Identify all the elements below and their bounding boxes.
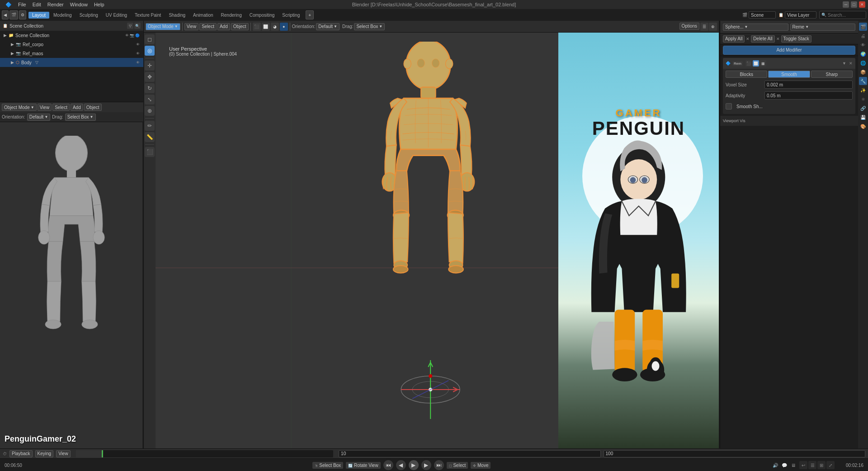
- transform-tool[interactable]: ⊕: [145, 106, 155, 116]
- scene-field[interactable]: Scene: [749, 11, 776, 19]
- modifier-prop-icon[interactable]: 🔧: [859, 77, 867, 85]
- drag-value[interactable]: Select Box ▼: [65, 114, 96, 121]
- tab-rendering[interactable]: Rendering: [217, 12, 245, 19]
- tab-layout[interactable]: Layout: [28, 12, 49, 19]
- menu-edit[interactable]: Edit: [30, 1, 44, 8]
- output-prop-icon[interactable]: 🖨: [859, 32, 867, 40]
- object-prop-icon[interactable]: 📦: [859, 68, 867, 76]
- select-btn[interactable]: Select: [52, 104, 70, 111]
- apply-all-btn[interactable]: Apply All: [723, 35, 745, 43]
- tab-texture-paint[interactable]: Texture Paint: [131, 12, 165, 19]
- shade-solid-btn[interactable]: ⬜: [262, 23, 270, 31]
- smooth-shading-checkbox[interactable]: [726, 103, 732, 109]
- menu-help[interactable]: Help: [91, 1, 107, 8]
- rotate-tool[interactable]: ↻: [145, 83, 155, 93]
- rem-mode1[interactable]: ⬛: [745, 60, 752, 67]
- shade-material-btn[interactable]: ◕: [271, 23, 279, 31]
- outliner-search-btn[interactable]: 🔍: [134, 23, 141, 29]
- minimize-btn[interactable]: ─: [843, 1, 849, 8]
- select-box-tool[interactable]: ◻: [145, 34, 155, 44]
- outliner-filter-btn[interactable]: ▽: [127, 23, 133, 29]
- drag-selector[interactable]: Select Box ▼: [354, 23, 385, 30]
- outliner-ref-maos[interactable]: ▶ 📷 Ref_maos 👁: [0, 49, 143, 58]
- rem-collapse[interactable]: ▼: [842, 61, 846, 66]
- outliner-ref-corpo[interactable]: ▶ 📷 Ref_corpo 👁: [0, 40, 143, 49]
- constraints-prop-icon[interactable]: 🔗: [859, 104, 867, 112]
- view-layer-selector[interactable]: 📋 View Layer: [778, 11, 816, 19]
- add-cube-tool[interactable]: ⬛: [145, 147, 155, 157]
- measure-tool[interactable]: 📏: [145, 132, 155, 142]
- delete-all-btn[interactable]: Delete All: [751, 35, 774, 43]
- eye-icon-item[interactable]: 👁: [125, 33, 129, 38]
- scale-tool[interactable]: ⤡: [145, 95, 155, 105]
- bottom-edit3[interactable]: ⊞: [817, 461, 826, 469]
- shade-rendered-btn[interactable]: ●: [280, 23, 288, 31]
- bottom-icon1[interactable]: 🔊: [771, 461, 779, 469]
- reme-selector[interactable]: Reme ▼: [790, 24, 856, 31]
- eye-icon-body[interactable]: 👁: [136, 61, 140, 65]
- options-btn[interactable]: Options: [679, 23, 699, 30]
- jump-end-btn[interactable]: ⏭: [434, 460, 444, 470]
- keying-btn[interactable]: Keying: [35, 450, 54, 457]
- smooth-btn[interactable]: Smooth: [768, 71, 810, 78]
- bottom-icon2[interactable]: 💬: [780, 461, 788, 469]
- timeline-track[interactable]: [76, 450, 333, 457]
- window-controls[interactable]: ─ □ ✕: [843, 0, 865, 9]
- annotate-tool[interactable]: ✏: [145, 121, 155, 131]
- playback-btn[interactable]: Playback: [9, 450, 33, 457]
- sharp-btn[interactable]: Sharp: [811, 71, 853, 78]
- collapse-btn[interactable]: ◀: [2, 10, 9, 19]
- play-pause-btn[interactable]: ▶: [409, 460, 419, 470]
- rem-close[interactable]: ✕: [849, 61, 853, 66]
- menu-render[interactable]: Render: [45, 1, 66, 8]
- voxel-size-field[interactable]: 0.002 m: [764, 81, 853, 89]
- eye-icon-ref[interactable]: 👁: [136, 43, 140, 47]
- physics-prop-icon[interactable]: ⚛: [859, 95, 867, 103]
- current-frame-field[interactable]: 10: [339, 450, 600, 457]
- next-frame-btn[interactable]: ▶: [421, 460, 431, 470]
- rem-mode2[interactable]: ⬜: [753, 60, 759, 67]
- settings-btn[interactable]: ⚙: [19, 10, 26, 19]
- bottom-edit4[interactable]: ⤢: [826, 461, 835, 469]
- outliner-body[interactable]: ▶ ⬡ Body ▽ 👁: [0, 58, 143, 67]
- main-mode-selector[interactable]: Object Mode ▼: [146, 23, 180, 30]
- global-search[interactable]: 🔍: [819, 11, 866, 19]
- tab-sculpting[interactable]: Sculpting: [76, 12, 102, 19]
- eye-icon-maos[interactable]: 👁: [136, 52, 140, 56]
- close-btn[interactable]: ✕: [859, 1, 865, 8]
- add-workspace-btn[interactable]: +: [306, 10, 314, 19]
- bottom-icon3[interactable]: 🖥: [789, 461, 797, 469]
- add-btn[interactable]: Add: [71, 104, 83, 111]
- cursor-tool[interactable]: ✛: [145, 61, 155, 71]
- small-preview-viewport[interactable]: PenguinGamer_02: [0, 122, 142, 448]
- global-search-input[interactable]: [828, 13, 864, 18]
- main-object-btn[interactable]: Object: [231, 23, 249, 30]
- overlay-btn[interactable]: ☰: [700, 23, 708, 31]
- toggle-stack-btn[interactable]: Toggle Stack: [781, 35, 811, 43]
- scene-prop-icon[interactable]: 🌍: [859, 50, 867, 58]
- view-btn[interactable]: View: [38, 104, 52, 111]
- main-select-btn[interactable]: Select: [199, 23, 217, 30]
- render-prop-icon[interactable]: 🎬: [859, 23, 867, 31]
- blocks-btn[interactable]: Blocks: [726, 71, 767, 78]
- orientation-value[interactable]: Default ▼: [27, 114, 51, 121]
- shade-wire-btn[interactable]: ⬛: [253, 23, 261, 31]
- maximize-btn[interactable]: □: [851, 1, 857, 8]
- tab-compositing[interactable]: Compositing: [246, 12, 278, 19]
- render-icon-item[interactable]: 🔵: [135, 33, 140, 38]
- bottom-edit1[interactable]: ↩: [799, 461, 807, 469]
- data-prop-icon[interactable]: 💾: [859, 113, 867, 121]
- view-prop-icon[interactable]: 👁: [859, 41, 867, 49]
- timeline-view-btn[interactable]: View: [56, 450, 71, 457]
- scene-selector[interactable]: 🎬 Scene: [742, 11, 776, 19]
- viewport-gizmo-btn[interactable]: ⊕: [709, 23, 717, 31]
- tab-animation[interactable]: Animation: [189, 12, 217, 19]
- main-add-btn[interactable]: Add: [217, 23, 230, 30]
- material-prop-icon[interactable]: 🎨: [859, 122, 867, 130]
- prev-frame-btn[interactable]: ◀: [396, 460, 406, 470]
- world-prop-icon[interactable]: 🌐: [859, 59, 867, 67]
- render-btn[interactable]: 🎬: [9, 10, 18, 19]
- sphere-selector[interactable]: Sphere... ▼: [723, 24, 788, 31]
- tab-modeling[interactable]: Modeling: [50, 12, 75, 19]
- adaptivity-field[interactable]: 0.05 m: [764, 91, 853, 100]
